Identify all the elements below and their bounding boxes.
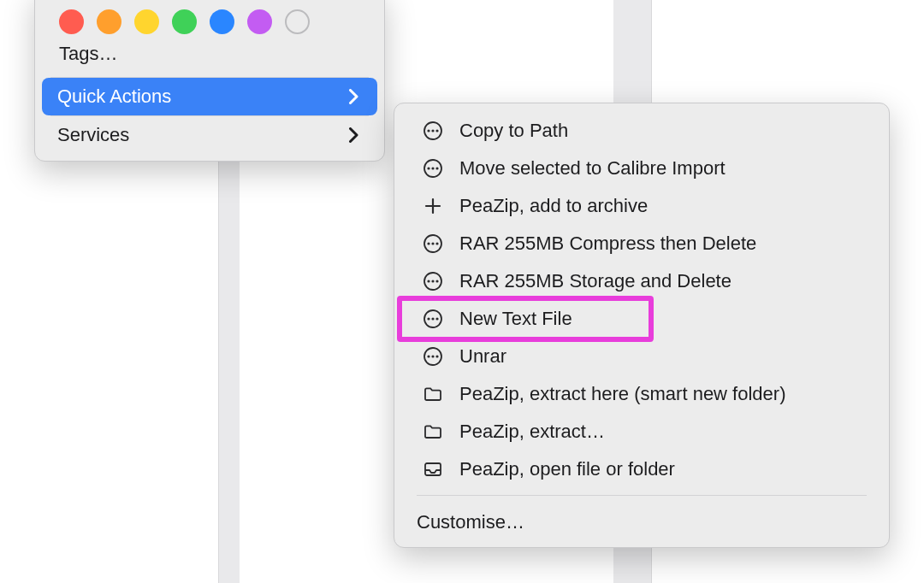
- submenu-item-label: Unrar: [459, 345, 506, 368]
- submenu-item-label: Copy to Path: [459, 120, 568, 142]
- ellipsis-icon: [422, 345, 444, 368]
- menu-divider: [417, 495, 867, 496]
- svg-point-7: [435, 167, 438, 169]
- folder-icon: [422, 383, 444, 405]
- tags-label[interactable]: Tags…: [35, 39, 384, 77]
- svg-point-21: [435, 317, 438, 320]
- svg-point-20: [431, 317, 434, 320]
- svg-point-13: [435, 242, 438, 244]
- svg-point-5: [427, 167, 429, 169]
- svg-point-15: [427, 280, 429, 282]
- tag-dot-yellow[interactable]: [134, 9, 159, 34]
- submenu-item-label: New Text File: [459, 308, 572, 330]
- tag-dot-blue[interactable]: [210, 9, 234, 34]
- menu-item-services[interactable]: Services: [42, 116, 377, 154]
- context-menu: Tags… Quick Actions Services: [34, 0, 385, 162]
- tag-dot-none[interactable]: [285, 9, 310, 34]
- submenu-item-label: PeaZip, extract…: [459, 421, 605, 443]
- svg-point-6: [431, 167, 434, 169]
- submenu-customise[interactable]: Customise…: [394, 503, 889, 539]
- svg-point-2: [431, 129, 434, 132]
- ellipsis-icon: [422, 270, 444, 292]
- tag-dot-purple[interactable]: [247, 9, 272, 34]
- svg-rect-26: [425, 463, 441, 475]
- submenu-item-label: RAR 255MB Storage and Delete: [459, 270, 732, 292]
- menu-item-quick-actions[interactable]: Quick Actions: [42, 78, 377, 115]
- svg-point-11: [427, 242, 429, 244]
- svg-point-17: [435, 280, 438, 282]
- quick-actions-label: Quick Actions: [57, 85, 171, 108]
- submenu-item[interactable]: Unrar: [400, 338, 884, 375]
- submenu-item[interactable]: RAR 255MB Storage and Delete: [400, 262, 884, 300]
- submenu-item-label: PeaZip, open file or folder: [459, 458, 675, 480]
- submenu-item[interactable]: Copy to Path: [400, 112, 884, 150]
- submenu-item-label: PeaZip, add to archive: [459, 195, 648, 217]
- submenu-item[interactable]: PeaZip, extract here (smart new folder): [400, 375, 884, 413]
- svg-point-24: [431, 355, 434, 357]
- submenu-item[interactable]: Move selected to Calibre Import: [400, 150, 884, 187]
- submenu-item-label: PeaZip, extract here (smart new folder): [459, 383, 785, 405]
- plus-icon: [422, 195, 444, 217]
- chevron-right-icon: [349, 89, 358, 104]
- submenu-item-label: RAR 255MB Compress then Delete: [459, 233, 756, 255]
- tags-row: [35, 0, 384, 39]
- svg-point-12: [431, 242, 434, 244]
- folder-icon: [422, 421, 444, 443]
- tag-dot-red[interactable]: [59, 9, 84, 34]
- submenu-item[interactable]: RAR 255MB Compress then Delete: [400, 225, 884, 262]
- tag-dot-green[interactable]: [172, 9, 197, 34]
- submenu-item[interactable]: New Text File: [400, 300, 884, 338]
- submenu-item[interactable]: PeaZip, open file or folder: [400, 450, 884, 488]
- ellipsis-icon: [422, 308, 444, 330]
- svg-point-3: [435, 129, 438, 132]
- svg-point-25: [435, 355, 438, 357]
- chevron-right-icon: [349, 127, 358, 143]
- svg-point-19: [427, 317, 429, 320]
- ellipsis-icon: [422, 157, 444, 180]
- ellipsis-icon: [422, 120, 444, 142]
- tray-icon: [422, 458, 444, 480]
- svg-point-23: [427, 355, 429, 357]
- svg-point-16: [431, 280, 434, 282]
- quick-actions-submenu: Copy to PathMove selected to Calibre Imp…: [394, 103, 890, 548]
- submenu-item[interactable]: PeaZip, extract…: [400, 413, 884, 450]
- submenu-item[interactable]: PeaZip, add to archive: [400, 187, 884, 225]
- services-label: Services: [57, 124, 129, 146]
- submenu-item-label: Move selected to Calibre Import: [459, 157, 726, 180]
- svg-point-1: [427, 129, 429, 132]
- tag-dot-orange[interactable]: [97, 9, 121, 34]
- ellipsis-icon: [422, 233, 444, 255]
